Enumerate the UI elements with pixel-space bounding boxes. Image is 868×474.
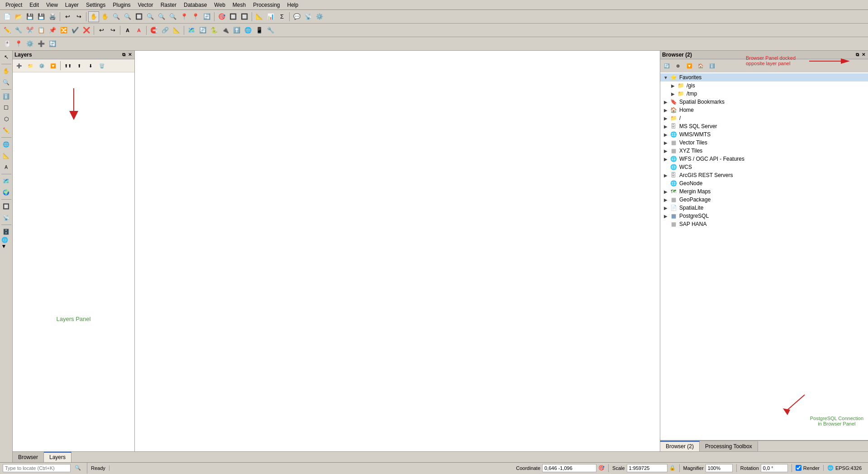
misc-btn-7[interactable]: 📱 xyxy=(254,25,265,36)
left-tool-5[interactable]: 🌐 xyxy=(1,139,12,150)
layers-add-btn[interactable]: ➕ xyxy=(14,60,24,71)
misc-btn-5[interactable]: ⬆️ xyxy=(231,25,242,36)
left-tool-4[interactable]: ✏️ xyxy=(1,125,12,136)
browser2-float-btn[interactable]: ⧉ xyxy=(855,52,860,57)
sum-button[interactable]: Σ xyxy=(277,11,287,22)
browser2-geopackage[interactable]: ▶ ▦ GeoPackage xyxy=(660,196,868,204)
gps-button[interactable]: 📡 xyxy=(303,11,314,22)
label-btn-1[interactable]: A xyxy=(122,25,133,36)
browser2-ms-sql[interactable]: ▶ 🗄 MS SQL Server xyxy=(660,122,868,130)
menu-view[interactable]: View xyxy=(43,1,62,9)
menu-processing[interactable]: Processing xyxy=(249,1,283,9)
left-tool-10[interactable]: 🔲 xyxy=(1,201,12,212)
tab-browser[interactable]: Browser xyxy=(13,452,44,462)
browser2-mergin[interactable]: ▶ 🗺 Mergin Maps xyxy=(660,187,868,196)
identify-button[interactable]: 🎯 xyxy=(216,11,227,22)
save-project-button[interactable]: 💾 xyxy=(24,11,35,22)
browser2-postgresql[interactable]: ▶ ▦ PostgreSQL xyxy=(660,212,868,220)
left-tool-11[interactable]: 📡 xyxy=(1,212,12,223)
digitize-btn-8[interactable]: ❌ xyxy=(81,25,92,36)
left-tool-13[interactable]: 🌐▼ xyxy=(1,238,12,249)
label-btn-2[interactable]: A xyxy=(134,25,144,36)
zoom-next-button[interactable]: 📍 xyxy=(190,11,201,22)
snap-btn-3[interactable]: 📐 xyxy=(171,25,182,36)
digitize-btn-7[interactable]: ✔️ xyxy=(70,25,81,36)
digitize-btn-5[interactable]: 📌 xyxy=(47,25,58,36)
browser2-xyz-tiles[interactable]: ▶ ▦ XYZ Tiles xyxy=(660,147,868,155)
rotation-input[interactable] xyxy=(761,464,788,472)
menu-database[interactable]: Database xyxy=(180,1,210,9)
layers-move-down-btn[interactable]: ⬇ xyxy=(85,60,96,71)
tab-layers[interactable]: Layers xyxy=(44,452,72,462)
zoom-native-button[interactable]: 🔍 xyxy=(167,11,178,22)
menu-settings[interactable]: Settings xyxy=(82,1,109,9)
left-tool-pan[interactable]: ✋ xyxy=(1,66,12,77)
browser2-gis[interactable]: ▶ 📁 /gis xyxy=(660,81,868,90)
browser2-wfs[interactable]: ▶ 🌐 WFS / OGC API - Features xyxy=(660,155,868,163)
layers-move-top-btn[interactable]: ⬆⬆ xyxy=(62,60,73,71)
browser2-favorites[interactable]: ▼ ⭐ Favorites xyxy=(660,73,868,81)
extra-btn-2[interactable]: 📍 xyxy=(13,38,24,49)
misc-btn-4[interactable]: 🔌 xyxy=(220,25,231,36)
browser2-filter-btn[interactable]: 🔽 xyxy=(684,60,695,71)
left-tool-6[interactable]: 📐 xyxy=(1,150,12,161)
digitize-btn-4[interactable]: 📋 xyxy=(36,25,47,36)
left-tool-identify[interactable]: ℹ️ xyxy=(1,91,12,102)
locate-input[interactable] xyxy=(3,464,71,472)
browser2-wms[interactable]: ▶ 🌐 WMS/WMTS xyxy=(660,130,868,139)
menu-project[interactable]: Project xyxy=(2,1,26,9)
map-canvas[interactable] xyxy=(135,51,660,451)
left-tool-8[interactable]: 🗺️ xyxy=(1,176,12,187)
layers-group-btn[interactable]: 📁 xyxy=(25,60,36,71)
misc-btn-3[interactable]: 🐍 xyxy=(209,25,219,36)
digitize-btn-3[interactable]: ✂️ xyxy=(24,25,35,36)
menu-edit[interactable]: Edit xyxy=(26,1,43,9)
zoom-in-button[interactable]: 🔍 xyxy=(111,11,122,22)
more-button[interactable]: ⚙️ xyxy=(314,11,325,22)
browser2-tmp[interactable]: ▶ 📁 /tmp xyxy=(660,90,868,98)
redo-button[interactable]: ↪ xyxy=(73,11,84,22)
left-tool-select2[interactable]: ☐ xyxy=(1,102,12,113)
layers-filter-btn[interactable]: ⚙️ xyxy=(36,60,47,71)
zoom-selection-button[interactable]: 🔍 xyxy=(145,11,156,22)
extra-btn-4[interactable]: ➕ xyxy=(36,38,47,49)
browser2-add-btn[interactable]: ⊕ xyxy=(672,60,683,71)
browser2-spatialite[interactable]: ▶ 📄 SpatiaLite xyxy=(660,204,868,212)
menu-vector[interactable]: Vector xyxy=(134,1,157,9)
zoom-layer-button[interactable]: 🔍 xyxy=(156,11,167,22)
left-tool-9[interactable]: 🌍 xyxy=(1,187,12,198)
misc-btn-6[interactable]: 🌐 xyxy=(243,25,253,36)
zoom-out-button[interactable]: 🔍 xyxy=(122,11,133,22)
zoom-last-button[interactable]: 📍 xyxy=(179,11,190,22)
layers-move-up-btn[interactable]: ⬆ xyxy=(74,60,85,71)
snap-btn[interactable]: 🧲 xyxy=(148,25,159,36)
open-project-button[interactable]: 📂 xyxy=(13,11,24,22)
left-tool-12[interactable]: 🗄️ xyxy=(1,226,12,237)
browser2-close-btn[interactable]: ✕ xyxy=(861,52,866,57)
scale-input[interactable] xyxy=(627,464,668,472)
tips-button[interactable]: 💬 xyxy=(291,11,302,22)
menu-help[interactable]: Help xyxy=(284,1,302,9)
left-tool-zoom[interactable]: 🔍 xyxy=(1,77,12,88)
undo-button[interactable]: ↩ xyxy=(62,11,73,22)
layers-remove-btn[interactable]: 🗑️ xyxy=(96,60,107,71)
refresh-button[interactable]: 🔄 xyxy=(201,11,212,22)
adv-btn-1[interactable]: ↩ xyxy=(96,25,107,36)
browser2-info-btn[interactable]: ℹ️ xyxy=(706,60,717,71)
extra-btn-5[interactable]: 🔄 xyxy=(47,38,58,49)
misc-btn-2[interactable]: 🔄 xyxy=(197,25,208,36)
browser2-wcs[interactable]: ▶ 🌐 WCS xyxy=(660,163,868,171)
zoom-full-button[interactable]: 🔲 xyxy=(134,11,144,22)
tab-browser2[interactable]: Browser (2) xyxy=(660,441,700,451)
browser2-root[interactable]: ▶ 📁 / xyxy=(660,114,868,122)
render-checkbox[interactable] xyxy=(796,465,801,471)
misc-btn-1[interactable]: 🗺️ xyxy=(186,25,197,36)
extra-btn-3[interactable]: ⚙️ xyxy=(24,38,35,49)
browser2-home[interactable]: ▶ 🏠 Home xyxy=(660,106,868,114)
snap-btn-2[interactable]: 🔗 xyxy=(160,25,171,36)
print-button[interactable]: 🖨️ xyxy=(47,11,58,22)
digitize-btn-6[interactable]: 🔀 xyxy=(58,25,69,36)
left-tool-select[interactable]: ↖ xyxy=(1,52,12,62)
menu-raster[interactable]: Raster xyxy=(157,1,180,9)
browser2-vector-tiles[interactable]: ▶ ▦ Vector Tiles xyxy=(660,139,868,147)
